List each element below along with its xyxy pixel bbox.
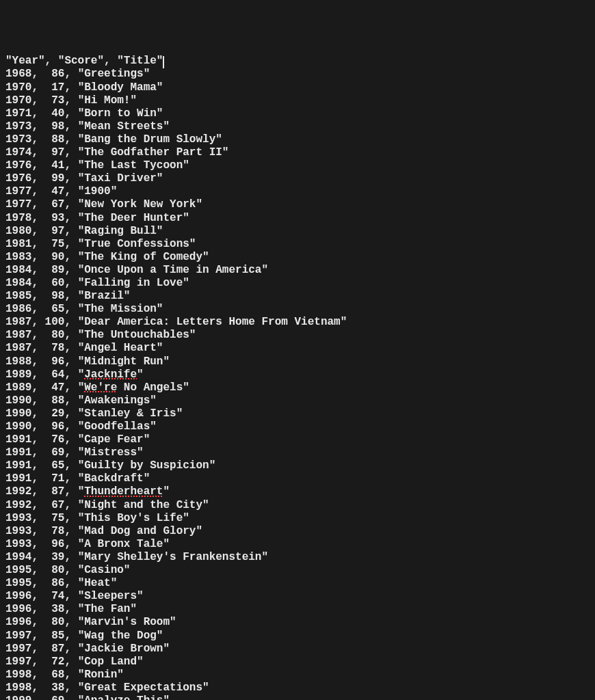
table-row: 1991, 76, "Cape Fear" bbox=[5, 433, 590, 446]
table-row: 1984, 60, "Falling in Love" bbox=[5, 277, 590, 290]
cell-title-pre: " bbox=[78, 485, 85, 498]
cell-title: "1900" bbox=[78, 185, 118, 198]
cell-title: "Greetings" bbox=[78, 68, 150, 80]
cell-year: 1974 bbox=[5, 146, 31, 159]
cell-title: "Analyze This" bbox=[78, 695, 170, 700]
spellcheck-underline: Thunderheart bbox=[84, 485, 163, 498]
cell-score: 96 bbox=[45, 420, 65, 433]
editor-area[interactable]: "Year", "Score", "Title"1968, 86, "Greet… bbox=[5, 55, 590, 700]
cell-title: "Bang the Drum Slowly" bbox=[78, 133, 222, 146]
cell-score: 64 bbox=[45, 368, 65, 381]
table-row: 1990, 96, "Goodfellas" bbox=[5, 420, 590, 433]
cell-score: 17 bbox=[45, 81, 65, 94]
cell-year: 1987 bbox=[5, 329, 31, 341]
table-row: 1999, 69, "Analyze This" bbox=[5, 695, 590, 700]
cell-score: 90 bbox=[45, 251, 65, 263]
table-row: 1977, 47, "1900" bbox=[5, 185, 590, 198]
cell-title: "Great Expectations" bbox=[78, 682, 209, 694]
table-row: 1997, 72, "Cop Land" bbox=[5, 656, 590, 669]
cell-year: 1976 bbox=[5, 172, 31, 185]
cell-score: 67 bbox=[45, 499, 65, 511]
cell-score: 87 bbox=[45, 643, 65, 655]
cell-year: 1978 bbox=[5, 212, 31, 224]
table-row: 1971, 40, "Born to Win" bbox=[5, 107, 590, 120]
cell-title: "Taxi Driver" bbox=[78, 172, 163, 185]
cell-year: 1990 bbox=[5, 420, 31, 433]
cell-year: 1983 bbox=[5, 251, 31, 263]
cell-year: 1998 bbox=[5, 682, 31, 694]
cell-year: 1985 bbox=[5, 290, 31, 302]
cell-score: 78 bbox=[45, 525, 65, 537]
cell-score: 29 bbox=[45, 407, 65, 420]
cell-title: "The Godfather Part II" bbox=[78, 146, 229, 159]
table-row: 1989, 47, "We're No Angels" bbox=[5, 381, 590, 394]
table-row: 1994, 39, "Mary Shelley's Frankenstein" bbox=[5, 551, 590, 564]
cell-title: "Guilty by Suspicion" bbox=[78, 459, 216, 472]
table-row: 1976, 41, "The Last Tycoon" bbox=[5, 159, 590, 172]
cell-year: 1996 bbox=[5, 616, 31, 628]
cell-score: 65 bbox=[45, 303, 65, 315]
table-row: 1991, 69, "Mistress" bbox=[5, 446, 590, 459]
cell-score: 60 bbox=[45, 277, 65, 289]
cell-title: "Bloody Mama" bbox=[78, 81, 163, 94]
spellcheck-underline: Jacknife bbox=[84, 368, 137, 381]
cell-year: 1984 bbox=[5, 264, 31, 276]
cell-score: 80 bbox=[45, 616, 65, 628]
table-row: 1992, 87, "Thunderheart" bbox=[5, 485, 590, 498]
table-row: 1993, 75, "This Boy's Life" bbox=[5, 512, 590, 525]
cell-title: "Mary Shelley's Frankenstein" bbox=[78, 551, 268, 563]
cell-year: 1995 bbox=[5, 577, 31, 589]
cell-year: 1991 bbox=[5, 446, 31, 459]
cell-score: 38 bbox=[45, 682, 65, 694]
cell-title: "Cape Fear" bbox=[78, 433, 150, 446]
cell-title: "The Mission" bbox=[78, 303, 163, 315]
cell-title: "Falling in Love" bbox=[78, 277, 189, 289]
cell-year: 1990 bbox=[5, 394, 31, 407]
cell-title-post: " bbox=[137, 368, 144, 381]
table-row: 1990, 88, "Awakenings" bbox=[5, 394, 590, 407]
cell-title: "Wag the Dog" bbox=[78, 630, 163, 642]
cell-year: 1993 bbox=[5, 512, 31, 524]
header-score: "Score" bbox=[58, 55, 104, 67]
cell-title-post: " bbox=[163, 485, 170, 498]
cell-title: "New York New York" bbox=[78, 198, 202, 211]
cell-score: 97 bbox=[45, 225, 65, 237]
cell-score: 75 bbox=[45, 512, 65, 524]
table-row: 1988, 96, "Midnight Run" bbox=[5, 355, 590, 368]
cell-year: 1991 bbox=[5, 472, 31, 485]
cell-score: 100 bbox=[45, 316, 65, 328]
table-row: 1970, 17, "Bloody Mama" bbox=[5, 81, 590, 94]
table-row: 1970, 73, "Hi Mom!" bbox=[5, 94, 590, 107]
cell-year: 1980 bbox=[5, 225, 31, 237]
table-row: 1997, 87, "Jackie Brown" bbox=[5, 643, 590, 656]
cell-year: 1970 bbox=[5, 94, 31, 107]
table-row: 1973, 98, "Mean Streets" bbox=[5, 120, 590, 133]
cell-title: "Stanley & Iris" bbox=[78, 407, 183, 420]
cell-year: 1992 bbox=[5, 485, 31, 498]
cell-title: "The Fan" bbox=[78, 603, 137, 615]
cell-year: 1981 bbox=[5, 238, 31, 250]
cell-score: 38 bbox=[45, 603, 65, 615]
table-row: 1992, 67, "Night and the City" bbox=[5, 499, 590, 512]
table-row: 1987, 80, "The Untouchables" bbox=[5, 329, 590, 342]
cell-score: 88 bbox=[45, 133, 65, 146]
cell-title: "Once Upon a Time in America" bbox=[78, 264, 268, 276]
cell-score: 41 bbox=[45, 159, 65, 172]
cell-title: "Mad Dog and Glory" bbox=[78, 525, 202, 537]
cell-score: 80 bbox=[45, 564, 65, 576]
cell-title: "A Bronx Tale" bbox=[78, 538, 170, 550]
cell-score: 67 bbox=[45, 198, 65, 211]
cell-score: 86 bbox=[45, 577, 65, 589]
cell-year: 1986 bbox=[5, 303, 31, 315]
table-row: 1978, 93, "The Deer Hunter" bbox=[5, 212, 590, 225]
table-row: 1976, 99, "Taxi Driver" bbox=[5, 172, 590, 185]
cell-title: "The King of Comedy" bbox=[78, 251, 209, 263]
cell-title: "Heat" bbox=[78, 577, 118, 589]
table-row: 1986, 65, "The Mission" bbox=[5, 303, 590, 316]
cell-score: 71 bbox=[45, 472, 65, 485]
cell-title-pre: " bbox=[78, 368, 85, 381]
cell-year: 1984 bbox=[5, 277, 31, 289]
table-row: 1980, 97, "Raging Bull" bbox=[5, 225, 590, 238]
cell-title: "Sleepers" bbox=[78, 590, 144, 602]
table-row: 1981, 75, "True Confessions" bbox=[5, 238, 590, 251]
